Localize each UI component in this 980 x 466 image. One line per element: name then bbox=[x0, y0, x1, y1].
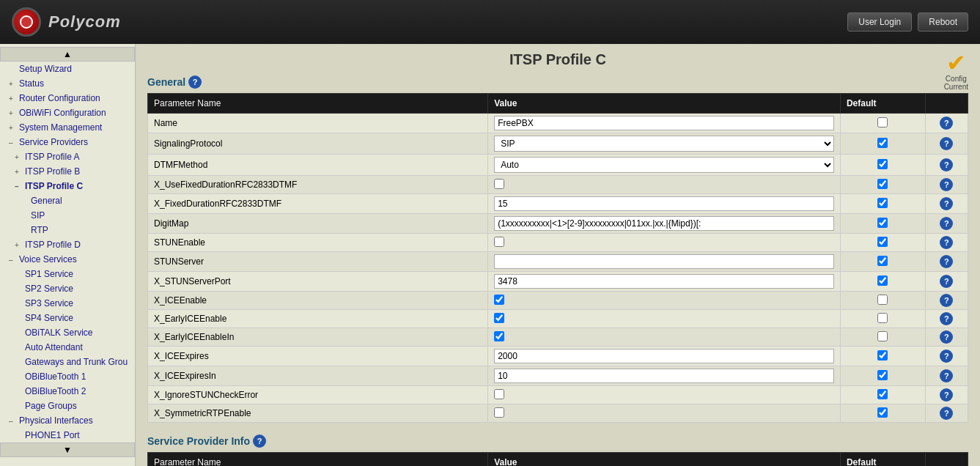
param-help-cell[interactable]: ? bbox=[925, 155, 968, 176]
row-help-icon[interactable]: ? bbox=[940, 217, 953, 230]
param-default-cell[interactable] bbox=[840, 176, 925, 194]
row-help-icon[interactable]: ? bbox=[940, 137, 953, 150]
param-default-cell[interactable] bbox=[840, 114, 925, 133]
param-value-cell[interactable] bbox=[488, 347, 841, 366]
general-help-icon[interactable]: ? bbox=[188, 75, 202, 89]
default-checkbox[interactable] bbox=[877, 275, 888, 286]
default-checkbox[interactable] bbox=[877, 117, 888, 127]
default-checkbox[interactable] bbox=[877, 218, 888, 228]
row-help-icon[interactable]: ? bbox=[940, 158, 953, 171]
param-default-cell[interactable] bbox=[840, 133, 925, 155]
default-checkbox[interactable] bbox=[877, 159, 888, 169]
param-default-cell[interactable] bbox=[840, 386, 925, 404]
param-text-input[interactable] bbox=[494, 196, 834, 211]
param-default-cell[interactable] bbox=[840, 214, 925, 234]
param-default-cell[interactable] bbox=[840, 310, 925, 328]
param-checkbox-input[interactable] bbox=[494, 389, 504, 399]
param-default-cell[interactable] bbox=[840, 292, 925, 310]
param-value-cell[interactable] bbox=[488, 292, 841, 310]
sidebar-item-voice-services[interactable]: – Voice Services bbox=[0, 252, 135, 267]
param-value-cell[interactable] bbox=[488, 114, 841, 133]
service-provider-help-icon[interactable]: ? bbox=[253, 434, 266, 448]
sidebar-item-itsp-c[interactable]: – ITSP Profile C bbox=[0, 179, 135, 193]
sidebar-item-obiwifi[interactable]: + OBiWiFi Configuration bbox=[0, 106, 135, 120]
param-help-cell[interactable]: ? bbox=[925, 252, 968, 272]
reboot-button[interactable]: Reboot bbox=[918, 12, 968, 32]
default-checkbox[interactable] bbox=[877, 237, 888, 247]
default-checkbox[interactable] bbox=[877, 198, 888, 208]
sidebar-item-rtp[interactable]: RTP bbox=[0, 223, 135, 237]
sidebar-item-system-mgmt[interactable]: + System Management bbox=[0, 120, 135, 135]
row-help-icon[interactable]: ? bbox=[940, 116, 953, 130]
param-checkbox-input[interactable] bbox=[494, 313, 504, 323]
sidebar-item-general[interactable]: General bbox=[0, 193, 135, 208]
sidebar-item-auto-attendant[interactable]: Auto Attendant bbox=[0, 340, 135, 355]
param-value-cell[interactable]: Auto bbox=[488, 155, 841, 176]
param-value-cell[interactable] bbox=[488, 404, 841, 423]
param-help-cell[interactable]: ? bbox=[925, 328, 968, 347]
row-help-icon[interactable]: ? bbox=[940, 369, 953, 382]
sidebar-item-sp4[interactable]: SP4 Service bbox=[0, 311, 135, 325]
param-text-input[interactable] bbox=[494, 254, 834, 269]
param-help-cell[interactable]: ? bbox=[925, 310, 968, 328]
param-value-cell[interactable] bbox=[488, 214, 841, 234]
sidebar-item-physical-interfaces[interactable]: – Physical Interfaces bbox=[0, 413, 135, 428]
param-help-cell[interactable]: ? bbox=[925, 214, 968, 234]
default-checkbox[interactable] bbox=[877, 295, 888, 305]
param-help-cell[interactable]: ? bbox=[925, 133, 968, 155]
param-help-cell[interactable]: ? bbox=[925, 386, 968, 404]
default-checkbox[interactable] bbox=[877, 407, 888, 418]
param-select-input[interactable]: Auto bbox=[494, 157, 834, 173]
sidebar-scroll-up[interactable]: ▲ bbox=[0, 47, 135, 62]
param-default-cell[interactable] bbox=[840, 366, 925, 386]
param-text-input[interactable] bbox=[494, 369, 834, 383]
param-text-input[interactable] bbox=[494, 216, 834, 231]
row-help-icon[interactable]: ? bbox=[940, 275, 953, 288]
row-help-icon[interactable]: ? bbox=[940, 178, 953, 191]
row-help-icon[interactable]: ? bbox=[940, 255, 953, 268]
param-help-cell[interactable]: ? bbox=[925, 366, 968, 386]
sidebar-item-router-config[interactable]: + Router Configuration bbox=[0, 91, 135, 106]
param-value-cell[interactable] bbox=[488, 272, 841, 292]
param-value-cell[interactable] bbox=[488, 252, 841, 272]
param-default-cell[interactable] bbox=[840, 347, 925, 366]
param-value-cell[interactable] bbox=[488, 310, 841, 328]
sidebar-item-itsp-b[interactable]: + ITSP Profile B bbox=[0, 164, 135, 179]
row-help-icon[interactable]: ? bbox=[940, 236, 953, 249]
sidebar-scroll-down[interactable]: ▼ bbox=[0, 443, 135, 457]
default-checkbox[interactable] bbox=[877, 350, 888, 360]
param-checkbox-input[interactable] bbox=[494, 407, 504, 418]
param-help-cell[interactable]: ? bbox=[925, 347, 968, 366]
param-help-cell[interactable]: ? bbox=[925, 292, 968, 310]
sidebar-item-obitalk[interactable]: OBiTALK Service bbox=[0, 325, 135, 340]
sidebar-item-phone1[interactable]: PHONE1 Port bbox=[0, 428, 135, 443]
default-checkbox[interactable] bbox=[877, 256, 888, 266]
sidebar-item-sip[interactable]: SIP bbox=[0, 208, 135, 223]
default-checkbox[interactable] bbox=[877, 331, 888, 341]
sidebar-item-itsp-d[interactable]: + ITSP Profile D bbox=[0, 237, 135, 252]
sidebar-item-status[interactable]: + Status bbox=[0, 76, 135, 91]
row-help-icon[interactable]: ? bbox=[940, 330, 953, 344]
param-value-cell[interactable] bbox=[488, 366, 841, 386]
user-login-button[interactable]: User Login bbox=[847, 12, 912, 32]
sidebar-item-obibt2[interactable]: OBiBlueTooth 2 bbox=[0, 384, 135, 399]
param-text-input[interactable] bbox=[494, 349, 834, 363]
param-value-cell[interactable] bbox=[488, 386, 841, 404]
sidebar-item-sp3[interactable]: SP3 Service bbox=[0, 296, 135, 311]
param-default-cell[interactable] bbox=[840, 155, 925, 176]
param-value-cell[interactable] bbox=[488, 194, 841, 214]
sidebar-item-itsp-a[interactable]: + ITSP Profile A bbox=[0, 149, 135, 164]
param-value-cell[interactable] bbox=[488, 328, 841, 347]
param-default-cell[interactable] bbox=[840, 194, 925, 214]
param-text-input[interactable] bbox=[494, 274, 834, 289]
param-help-cell[interactable]: ? bbox=[925, 272, 968, 292]
param-checkbox-input[interactable] bbox=[494, 331, 504, 341]
param-default-cell[interactable] bbox=[840, 272, 925, 292]
sidebar-item-sp1[interactable]: SP1 Service bbox=[0, 267, 135, 281]
param-text-input[interactable] bbox=[494, 116, 834, 130]
param-checkbox-input[interactable] bbox=[494, 295, 504, 305]
param-value-cell[interactable] bbox=[488, 176, 841, 194]
param-default-cell[interactable] bbox=[840, 252, 925, 272]
row-help-icon[interactable]: ? bbox=[940, 294, 953, 307]
param-help-cell[interactable]: ? bbox=[925, 194, 968, 214]
